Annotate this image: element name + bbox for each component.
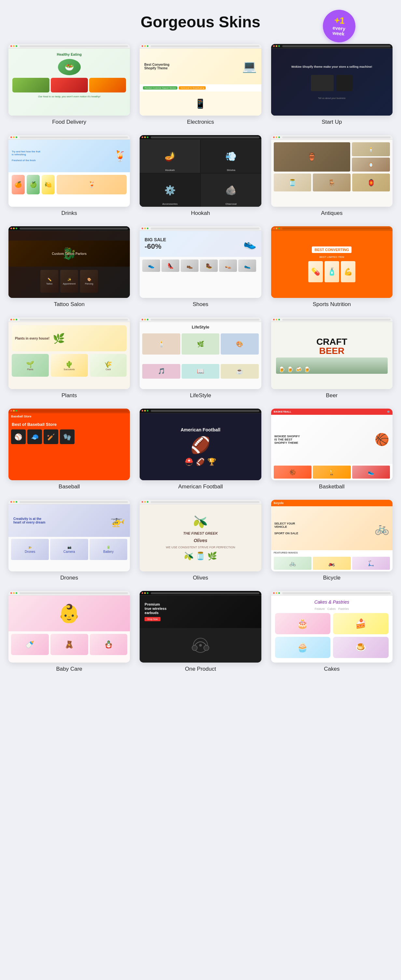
skin-preview-babycare[interactable]: 👶 🍼 🧸 🪆 [8,591,130,663]
drone-card-label-3: Battery [103,550,114,554]
dot-yellow [144,228,146,229]
antiques-top-row: 🏺 🕯️ 🪞 [274,142,390,172]
skin-item-drones[interactable]: Creativity is at the heart of every drea… [8,500,130,581]
address-bar [151,137,259,138]
olives-wrapper: 🫒 THE FINEST GREEK Olives WE USE CONSIST… [140,500,261,571]
skin-label-startup: Start Up [321,119,342,125]
dot-red [142,592,143,594]
chair-img [336,75,353,91]
address-bar [151,501,259,503]
dot-red [10,592,12,594]
skin-preview-beer[interactable]: CRAFTBEER 🍺 🍺 🍻 🍺 [271,317,393,389]
skin-preview-plants[interactable]: Plants in every house! 🌿 🌱Plants 🌵Succul… [8,317,130,389]
skin-preview-shoes[interactable]: BIG SALE -60% 👟 👟 👠 👞 🥾 👡 🥿 [140,226,261,298]
skin-item-baby-care[interactable]: 👶 🍼 🧸 🪆 Baby Care [8,591,130,672]
skin-item-basketball[interactable]: BASKETBALL ⚙️ WOKIEE SHOPIFY IS THE BEST… [271,409,393,490]
basketball-hero: WOKIEE SHOPIFY IS THE BEST SHOPIFY THEME… [271,415,393,464]
dot-yellow [144,592,146,594]
dot-green [16,137,17,138]
cakes-nav-1: Feature [315,607,325,611]
drones-hero: Creativity is at the heart of every drea… [8,504,130,537]
skin-item-food-delivery[interactable]: Healthy Eating 🥗 Our food is so tasty, y… [8,44,130,125]
skin-preview-amfootball[interactable]: American Football 🏈 ⛑️ 🏈 🏆 [140,409,261,480]
page-title: Gorgeous Skins [141,13,260,31]
dot-yellow [13,228,14,229]
skin-item-sports-nutrition[interactable]: BEST CONVERTING BEST LIMITED ITEM 💊 🧴 💪 … [271,226,393,308]
skin-preview-olives[interactable]: 🫒 THE FINEST GREEK Olives WE USE CONSIST… [140,500,261,571]
plant-icon-3: 🌾 [104,360,112,368]
tattoo-service-label-3: Piercing [85,283,93,285]
skin-item-plants[interactable]: Plants in every house! 🌿 🌱Plants 🌵Succul… [8,317,130,399]
skin-item-bicycle[interactable]: bicycle SELECT YOUR VEHICLESPORT ON SALE… [271,500,393,581]
food-bowl-icon: 🥗 [58,59,81,75]
plants-content: Plants in every house! 🌿 🌱Plants 🌵Succul… [8,322,130,389]
dot-green [147,592,148,594]
skin-preview-lifestyle[interactable]: LifeStyle 🕯️ 🌿 🎨 🎵 📖 ☕ [140,317,261,389]
skin-preview-nutrition[interactable]: BEST CONVERTING BEST LIMITED ITEM 💊 🧴 💪 [271,226,393,298]
skin-label-drones: Drones [60,575,78,581]
skin-item-american-football[interactable]: American Football 🏈 ⛑️ 🏈 🏆 American Foot… [140,409,261,490]
oneproduct-image-area [140,628,261,663]
cake-item-2: 🍰 [333,613,388,634]
skin-preview-electronics[interactable]: Best ConvertingShopify Theme 💻 Premium C… [140,44,261,116]
skin-label-cakes: Cakes [324,666,339,672]
skin-preview-oneproduct[interactable]: Premiumtrue wirelessearbuds Shop Now [140,591,261,663]
baseball-hero: Best of Baseball Store [8,420,130,430]
skin-item-cakes[interactable]: Cakes & Pastries Feature Cakes Pastries … [271,591,393,672]
babycare-wrapper: 👶 🍼 🧸 🪆 [8,591,130,663]
skin-label-food-delivery: Food Delivery [52,119,86,125]
skin-preview-basketball[interactable]: BASKETBALL ⚙️ WOKIEE SHOPIFY IS THE BEST… [271,409,393,480]
mini-navbar-nutrition [271,226,393,231]
plants-icon: 🌿 [53,333,65,344]
skin-item-shoes[interactable]: BIG SALE -60% 👟 👟 👠 👞 🥾 👡 🥿 [140,226,261,308]
plant-card-3: 🌾Cacti [90,354,127,377]
skin-preview-startup[interactable]: Wokiee Shopify theme make your store a s… [271,44,393,116]
skin-item-beer[interactable]: CRAFTBEER 🍺 🍺 🍻 🍺 Beer [271,317,393,399]
skin-item-antiques[interactable]: 🏺 🕯️ 🪞 🫙 🪑 🏮 Antiq [271,135,393,216]
skin-preview-drones[interactable]: Creativity is at the heart of every drea… [8,500,130,571]
skin-preview-antiques[interactable]: 🏺 🕯️ 🪞 🫙 🪑 🏮 [271,135,393,207]
drink-card-1: 🍊 [12,175,25,194]
address-bar [19,592,128,594]
hookah-cell-2: 💨Shisha [201,140,261,173]
dot-yellow [276,228,277,229]
dot-green [278,137,280,138]
skin-item-baseball[interactable]: Baseball Store Best of Baseball Store ⚾ … [8,409,130,490]
skin-item-startup[interactable]: Wokiee Shopify theme make your store a s… [271,44,393,125]
food-item-2 [51,78,88,92]
skin-preview-food-delivery[interactable]: Healthy Eating 🥗 Our food is so tasty, y… [8,44,130,116]
drinks-hero: Try and feel how the fruit is refreshing… [8,140,130,172]
skin-preview-baseball[interactable]: Baseball Store Best of Baseball Store ⚾ … [8,409,130,480]
tattoo-service-2: ✨Appointment [60,270,78,293]
address-bar [151,228,259,229]
skin-preview-bicycle[interactable]: bicycle SELECT YOUR VEHICLESPORT ON SALE… [271,500,393,571]
skin-item-tattoo-salon[interactable]: 🐉 Custom Tattoo Parlors ✏️Tattoo ✨Appoin… [8,226,130,308]
skin-preview-drinks[interactable]: Try and feel how the fruit is refreshing… [8,135,130,207]
antiques-wrapper: 🏺 🕯️ 🪞 🫙 🪑 🏮 [271,135,393,207]
dot-green [16,501,17,503]
shoe-thumb-6: 🥿 [238,259,256,272]
skin-item-one-product[interactable]: Premiumtrue wirelessearbuds Shop Now [140,591,261,672]
dot-red [273,592,275,594]
skin-item-hookah[interactable]: 🪔Hookah 💨Shisha ⚙️Accessories 🪨Charcoal … [140,135,261,216]
amfootball-player-icon: 🏈 [190,436,211,455]
address-bar [282,137,391,138]
skin-preview-cakes[interactable]: Cakes & Pastries Feature Cakes Pastries … [271,591,393,663]
dot-yellow [144,137,146,138]
mini-navbar-babycare [8,591,130,595]
skin-item-lifestyle[interactable]: LifeStyle 🕯️ 🌿 🎨 🎵 📖 ☕ LifeStyle [140,317,261,399]
baby-card-3: 🪆 [90,634,127,655]
skin-item-olives[interactable]: 🫒 THE FINEST GREEK Olives WE USE CONSIST… [140,500,261,581]
dot-green [147,501,148,503]
skin-preview-tattoo[interactable]: 🐉 Custom Tattoo Parlors ✏️Tattoo ✨Appoin… [8,226,130,298]
skin-label-electronics: Electronics [187,119,214,125]
tattoo-bg: 🐉 Custom Tattoo Parlors ✏️Tattoo ✨Appoin… [8,231,130,298]
shoe-thumb-2: 👠 [161,259,179,272]
olives-content: 🫒 THE FINEST GREEK Olives WE USE CONSIST… [140,504,261,571]
skin-preview-hookah[interactable]: 🪔Hookah 💨Shisha ⚙️Accessories 🪨Charcoal [140,135,261,207]
skin-item-drinks[interactable]: Try and feel how the fruit is refreshing… [8,135,130,216]
skin-label-shoes: Shoes [193,301,208,308]
nutrition-hero: BEST CONVERTING BEST LIMITED ITEM 💊 🧴 💪 [271,231,393,298]
drone-icon: 🚁 [110,514,125,527]
skin-item-electronics[interactable]: Best ConvertingShopify Theme 💻 Premium C… [140,44,261,125]
